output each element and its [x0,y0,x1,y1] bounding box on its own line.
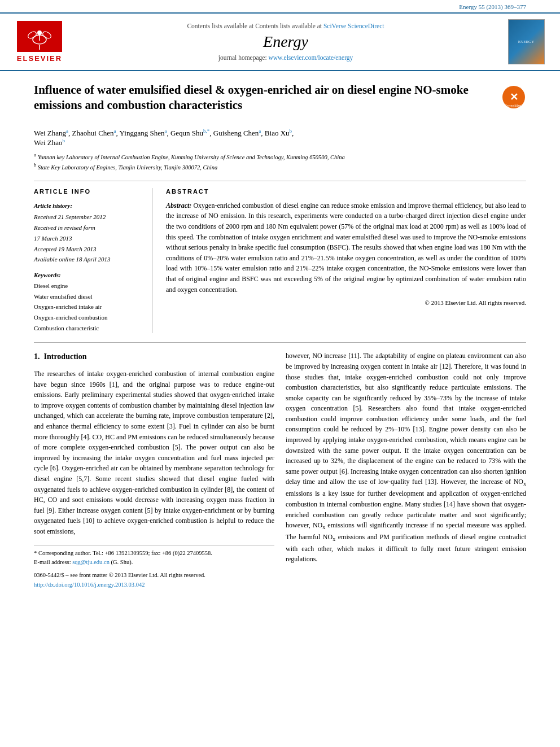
history-title: Article history: [34,200,143,211]
affiliations: a Yunnan key Laboratory of Internal Comb… [34,152,526,172]
journal-center: Contents lists available at Contents lis… [68,23,504,61]
keyword-5: Combustion characteristic [34,323,143,334]
body-content: 1. Introduction The researches of intake… [34,351,526,589]
article-info-left: ARTICLE INFO Article history: Received 2… [34,188,152,334]
affiliation-a: Yunnan key Laboratory of Internal Combus… [38,154,345,160]
keyword-2: Water emulsified diesel [34,291,143,302]
intro-number: 1. [34,352,40,361]
intro-heading: 1. Introduction [34,351,274,363]
affiliation-b: State Key Laboratory of Engines, Tianjin… [38,164,218,170]
email-address: E-mail address: sqg@tju.edu.cn (G. Shu). [34,558,274,567]
elsevier-icon-box [17,21,62,52]
svg-text:✕: ✕ [510,91,518,103]
svg-text:CrossMark: CrossMark [504,104,523,108]
journal-homepage: journal homepage: www.elsevier.com/locat… [68,54,504,61]
intro-title: Introduction [44,352,87,361]
keywords-title: Keywords: [34,272,143,278]
abstract-body: Oxygen-enriched combustion of diesel eng… [166,202,526,294]
journal-ref-text: Energy 55 (2013) 369–377 [459,3,526,10]
email-link[interactable]: sqg@tju.edu.cn [72,559,110,565]
abstract-header: ABSTRACT [166,188,526,195]
contents-line: Contents lists available at Contents lis… [68,23,504,29]
intro-left-paragraph: The researches of intake oxygen-enriched… [34,369,274,537]
corresponding-author: * Corresponding author. Tel.: +86 139213… [34,549,274,558]
keyword-3: Oxygen-enriched intake air [34,302,143,312]
journal-title: Energy [68,33,504,51]
main-content: Influence of water emulsified diesel & o… [0,71,560,601]
keyword-1: Diesel engine [34,281,143,291]
crossmark-icon: ✕ CrossMark [501,85,526,112]
keywords-section: Keywords: Diesel engine Water emulsified… [34,272,143,333]
journal-cover-image: ENERGY [508,19,545,64]
doi-line[interactable]: http://dx.doi.org/10.1016/j.energy.2013.… [34,580,274,590]
abstract-label: Abstract: [166,202,191,209]
available-online: Available online 18 April 2013 [34,254,143,265]
body-right-column: however, NO increase [11]. The adaptabil… [286,351,526,589]
homepage-link[interactable]: www.elsevier.com/locate/energy [269,54,353,61]
authors-line: Wei Zhanga, Zhaohui Chena, Yinggang Shen… [34,128,526,148]
section-divider [34,342,526,343]
article-info-header: ARTICLE INFO [34,188,143,195]
journal-cover-area: ENERGY [504,19,549,64]
paper-title: Influence of water emulsified diesel & o… [34,82,495,113]
journal-header: ELSEVIER Contents lists available at Con… [0,14,560,71]
abstract-section: ABSTRACT Abstract: Oxygen-enriched combu… [166,188,526,334]
intro-right-paragraph: however, NO increase [11]. The adaptabil… [286,351,526,565]
received-date: Received 21 September 2012 [34,212,143,222]
elsevier-logo: ELSEVIER [11,21,68,63]
received-revised-label: Received in revised form [34,222,143,233]
abstract-text: Abstract: Oxygen-enriched combustion of … [166,200,526,295]
elsevier-brand-text: ELSEVIER [17,54,62,63]
revised-date: 17 March 2013 [34,233,143,244]
article-history: Article history: Received 21 September 2… [34,200,143,265]
keyword-4: Oxygen-enriched combustion [34,312,143,323]
issn-line: 0360-5442/$ – see front matter © 2013 El… [34,571,274,580]
footnote-section: * Corresponding author. Tel.: +86 139213… [34,545,274,590]
svg-point-6 [37,30,42,35]
body-left-column: 1. Introduction The researches of intake… [34,351,274,589]
copyright-notice: © 2013 Elsevier Ltd. All rights reserved… [166,299,526,306]
accepted-date: Accepted 19 March 2013 [34,244,143,255]
article-info-section: ARTICLE INFO Article history: Received 2… [34,181,526,334]
journal-reference: Energy 55 (2013) 369–377 [0,0,560,14]
